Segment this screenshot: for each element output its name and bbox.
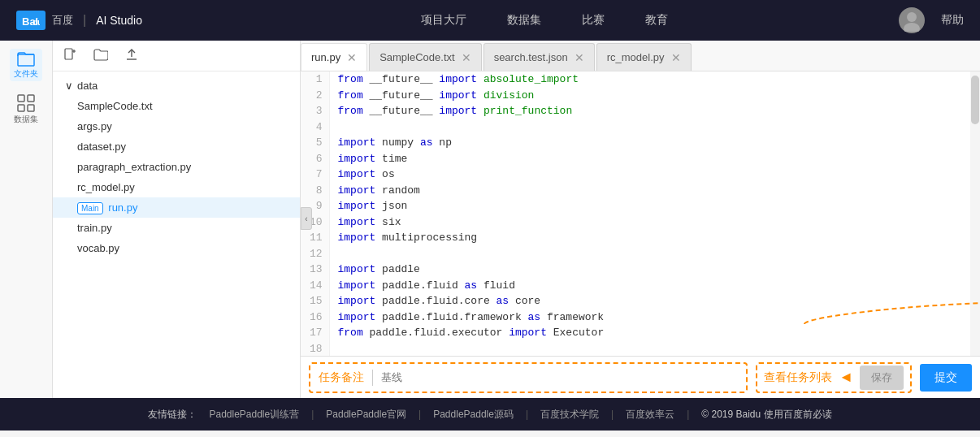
arrow-right-icon: ◄ — [839, 369, 853, 386]
file-name: vocab.py — [77, 242, 119, 254]
nav-item-project[interactable]: 项目大厅 — [421, 13, 466, 28]
list-item[interactable]: vocab.py — [53, 238, 300, 258]
list-item-active[interactable]: Main run.py — [53, 197, 300, 218]
tab-samplecode[interactable]: SampleCode.txt ✕ — [369, 43, 482, 71]
list-item[interactable]: SampleCode.txt — [53, 96, 300, 116]
file-name: args.py — [77, 120, 112, 132]
bottom-bar: 任务备注 查看任务列表 ◄ 保存 提交 — [301, 356, 980, 398]
code-line: 1from __future__ import absolute_import — [301, 71, 980, 88]
list-item[interactable]: args.py — [53, 116, 300, 136]
tabs-bar: run.py ✕ SampleCode.txt ✕ search.test.js… — [301, 41, 980, 71]
code-line: 16import paddle.fluid.framework as frame… — [301, 309, 980, 326]
code-line: 3from __future__ import print_function — [301, 103, 980, 119]
code-line: 4 — [301, 119, 980, 136]
header: Bai du 百度 | AI Studio 项目大厅 数据集 比赛 教育 帮助 — [0, 0, 980, 41]
file-name: SampleCode.txt — [77, 100, 153, 112]
tab-label: SampleCode.txt — [379, 51, 455, 63]
main-area: 文件夹 数据集 ∨ da — [0, 41, 980, 398]
footer-link-training[interactable]: PaddlePaddle训练营 — [209, 408, 299, 422]
tab-search-test[interactable]: search.test.json ✕ — [483, 43, 595, 71]
code-scroll[interactable]: 1from __future__ import absolute_import … — [301, 71, 980, 356]
tab-close-icon[interactable]: ✕ — [575, 52, 584, 63]
scrollbar-thumb[interactable] — [971, 76, 979, 124]
svg-rect-8 — [28, 105, 34, 111]
ai-studio-text: AI Studio — [96, 14, 142, 27]
task-input-area: 任务备注 — [309, 362, 748, 393]
nav-items: 项目大厅 数据集 比赛 教育 — [191, 13, 899, 28]
upload-button[interactable] — [123, 45, 141, 67]
code-table: 1from __future__ import absolute_import … — [301, 71, 980, 356]
code-line: 18 — [301, 341, 980, 357]
logo-area: Bai du 百度 | AI Studio — [16, 11, 142, 29]
code-line: 12 — [301, 246, 980, 262]
file-name: paragraph_extraction.py — [77, 161, 191, 173]
footer-link-academy[interactable]: 百度技术学院 — [540, 408, 599, 422]
submit-button[interactable]: 提交 — [920, 364, 972, 392]
view-tasks-button[interactable]: 查看任务列表 — [764, 370, 832, 385]
scrollbar-track[interactable] — [970, 71, 980, 356]
folder-name: data — [77, 80, 98, 92]
code-editor[interactable]: 1from __future__ import absolute_import … — [301, 71, 980, 356]
svg-rect-6 — [28, 95, 34, 102]
tab-close-icon[interactable]: ✕ — [462, 52, 471, 63]
baidu-text: 百度 — [52, 13, 73, 28]
code-line: 15import paddle.fluid.core as core — [301, 293, 980, 309]
sidebar-datasets-label: 数据集 — [14, 114, 38, 125]
sidebar: 文件夹 数据集 — [0, 41, 53, 398]
svg-point-2 — [907, 12, 917, 22]
code-line: 10import six — [301, 214, 980, 231]
folder-data[interactable]: ∨ data — [53, 76, 300, 96]
nav-item-dataset[interactable]: 数据集 — [507, 13, 541, 28]
svg-rect-7 — [18, 105, 24, 111]
tab-label: rc_model.py — [607, 51, 665, 63]
sidebar-files-label: 文件夹 — [14, 68, 38, 80]
file-panel: ∨ data SampleCode.txt args.py dataset.py… — [53, 41, 301, 398]
header-right: 帮助 — [899, 7, 964, 33]
right-action-area: 查看任务列表 ◄ 保存 — [756, 362, 912, 393]
footer-prefix: 友情链接： — [148, 408, 197, 422]
tab-close-icon[interactable]: ✕ — [347, 52, 357, 63]
avatar[interactable] — [899, 7, 925, 33]
sidebar-item-datasets[interactable]: 数据集 — [10, 93, 42, 126]
footer-link-official[interactable]: PaddlePaddle官网 — [326, 408, 406, 422]
tab-label: run.py — [311, 51, 340, 63]
list-item[interactable]: paragraph_extraction.py — [53, 157, 300, 177]
list-item[interactable]: rc_model.py — [53, 177, 300, 197]
svg-rect-5 — [18, 95, 24, 102]
task-note-label: 任务备注 — [319, 370, 364, 385]
collapse-panel-button[interactable]: ‹ — [301, 207, 312, 230]
file-name: dataset.py — [77, 141, 126, 153]
editor-area: run.py ✕ SampleCode.txt ✕ search.test.js… — [301, 41, 980, 398]
tab-run-py[interactable]: run.py ✕ — [301, 43, 367, 71]
file-toolbar — [53, 41, 300, 71]
task-baseline-input[interactable] — [381, 371, 738, 383]
footer-copyright: © 2019 Baidu 使用百度前必读 — [701, 408, 831, 422]
footer-link-source[interactable]: PaddlePaddle源码 — [433, 408, 514, 422]
code-line: 6import time — [301, 151, 980, 167]
code-line: 5import numpy as np — [301, 135, 980, 151]
list-item[interactable]: train.py — [53, 218, 300, 238]
code-line: 7import os — [301, 167, 980, 183]
help-link[interactable]: 帮助 — [941, 13, 964, 28]
tab-rc-model[interactable]: rc_model.py ✕ — [596, 43, 692, 71]
file-name: rc_model.py — [77, 181, 135, 193]
save-button[interactable]: 保存 — [860, 366, 904, 390]
chevron-down-icon: ∨ — [65, 80, 73, 92]
logo-divider: | — [83, 13, 86, 28]
tab-close-icon[interactable]: ✕ — [671, 52, 681, 63]
new-folder-button[interactable] — [91, 45, 111, 67]
list-item[interactable]: dataset.py — [53, 136, 300, 157]
tab-label: search.test.json — [494, 51, 568, 63]
svg-point-3 — [904, 23, 920, 32]
new-file-button[interactable] — [61, 45, 79, 67]
task-divider — [372, 370, 373, 386]
nav-item-competition[interactable]: 比赛 — [582, 13, 605, 28]
nav-item-education[interactable]: 教育 — [645, 13, 668, 28]
code-line: 14import paddle.fluid as fluid — [301, 278, 980, 294]
footer-link-cloud[interactable]: 百度效率云 — [626, 408, 674, 422]
baidu-logo: Bai du — [16, 11, 46, 29]
main-badge: Main — [77, 202, 103, 214]
sidebar-item-files[interactable]: 文件夹 — [10, 49, 42, 81]
file-name: train.py — [77, 222, 112, 234]
footer: 友情链接： PaddlePaddle训练营 | PaddlePaddle官网 |… — [0, 398, 980, 431]
